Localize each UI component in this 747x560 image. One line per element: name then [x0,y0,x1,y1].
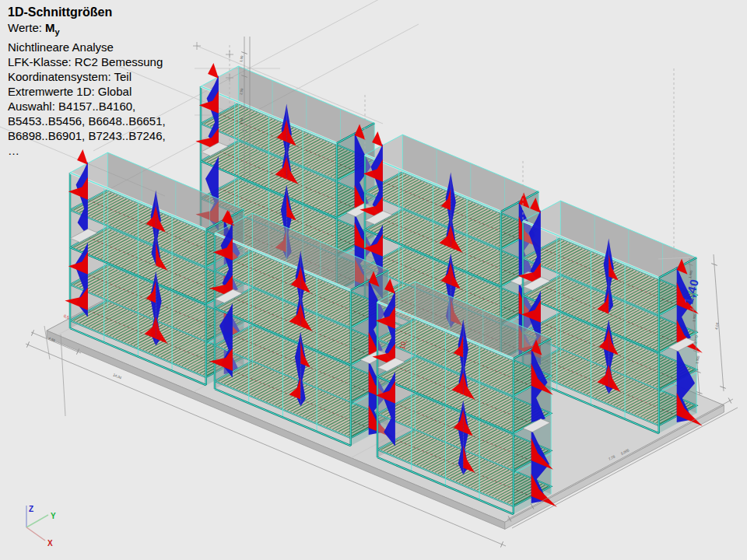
moment-diagram-min [208,63,219,79]
dimension-label: 14,04 [113,373,123,380]
result-values-line: Werte: My [8,20,166,40]
selection-line-3: B6898..B6901, B7243..B7246, [8,128,166,143]
result-title: 1D-Schnittgrößen [8,5,166,19]
selection-line-2: B5453..B5456, B6648..B6651, [8,114,166,128]
werte-label: Werte: [8,21,42,34]
result-info-panel: 1D-Schnittgrößen Werte: My Nichtlineare … [8,5,166,158]
dimension-label: 4,04 [714,322,720,330]
dimension-label: 2,770 [693,334,699,344]
dimension-witness-line [61,334,65,416]
dimension-label: 1,00 [239,55,244,63]
coord-system-line: Koordinatensystem: Teil [8,69,166,84]
dimension-label: 1,005 [695,355,700,364]
z-axis-label: Z [29,505,33,513]
axis-triad-canvas: Z Y X [14,498,70,549]
y-axis-line [26,515,48,527]
dimension-tick [720,387,726,389]
x-axis-label: X [47,539,53,548]
lfk-class-line: LFK-Klasse: RC2 Bemessung [8,54,166,69]
x-axis-line [26,527,45,541]
werte-symbol: My [45,21,60,34]
selection-line-1: Auswahl: B4157..B4160, [8,99,166,114]
y-axis-label: Y [51,512,56,520]
dimension-tick [728,397,731,403]
axis-triad: Z Y X [14,498,70,552]
viewport-3d[interactable]: 4,5514,047,785,0051,0052,7701,0052,7701,… [0,0,747,560]
selection-ellipsis: … [8,143,166,158]
extreme-values-line: Extremwerte 1D: Global [8,84,166,99]
analysis-type-line: Nichtlineare Analyse [8,40,166,54]
